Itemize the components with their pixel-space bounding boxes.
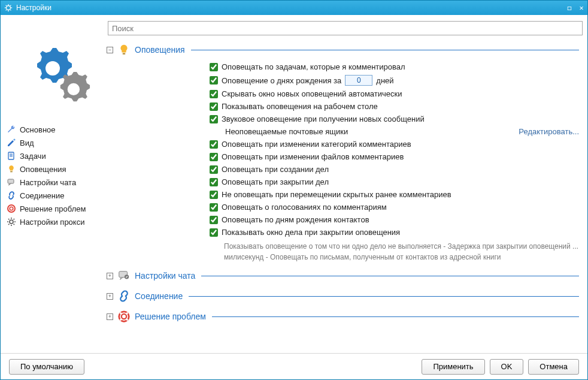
option-checkbox[interactable] (210, 90, 218, 98)
option-row: Оповещать при изменении категорий коммен… (210, 138, 579, 150)
option-row: Оповещать при изменении файлов комментар… (210, 150, 579, 163)
link-icon (117, 289, 131, 303)
option-checkbox[interactable] (210, 178, 218, 186)
options-footnote: Показывать оповещение о том что ни одно … (210, 239, 579, 263)
default-button[interactable]: По умолчанию (9, 359, 84, 375)
option-label: Звуковое оповещение при получении новых … (222, 114, 425, 123)
option-checkbox[interactable] (210, 63, 218, 71)
nav-label: Оповещения (20, 165, 66, 174)
nav-item-5[interactable]: Соединение (4, 189, 102, 202)
option-label: Оповещать при создании дел (222, 165, 329, 174)
scroll-area[interactable]: − Оповещения Оповещать по задачам, котор… (107, 39, 583, 353)
option-row: Неоповещаемые почтовые ящикиРедактироват… (210, 125, 579, 138)
settings-logo (4, 21, 102, 117)
collapse-toggle-icon[interactable]: − (107, 47, 113, 53)
option-label: Оповещать по задачам, которые я комменти… (222, 62, 405, 71)
svg-rect-5 (10, 171, 13, 173)
nav-label: Вид (20, 138, 34, 147)
option-row: Показывать оповещения на рабочем столе (210, 100, 579, 113)
nav-item-2[interactable]: Задачи (4, 149, 102, 162)
edit-mailboxes-link[interactable]: Редактировать... (519, 127, 579, 136)
option-label: Показывать оповещения на рабочем столе (222, 102, 378, 111)
svg-point-0 (7, 6, 11, 10)
titlebar: Настройки ◻ ✕ (1, 1, 587, 15)
apply-button[interactable]: Применить (422, 359, 484, 375)
nav-label: Основное (20, 125, 56, 134)
close-button[interactable]: ✕ (575, 4, 587, 12)
section-title: Настройки чата (135, 271, 195, 281)
birthday-days-input[interactable] (345, 75, 372, 86)
nav-item-0[interactable]: Основное (4, 123, 102, 136)
section-title: Оповещения (135, 45, 185, 55)
chat-icon (7, 177, 16, 187)
nav-item-4[interactable]: Настройки чата (4, 176, 102, 189)
section-title: Соединение (135, 291, 183, 301)
svg-point-2 (67, 83, 79, 95)
section-connection: + Соединение (107, 289, 579, 303)
nav-label: Настройки прокси (20, 218, 84, 227)
bulb-icon (7, 164, 16, 174)
option-checkbox[interactable] (210, 140, 218, 149)
option-label: Оповещать о голосованиях по комментариям (222, 203, 387, 212)
expand-toggle-icon[interactable]: + (107, 273, 113, 279)
option-row: Оповещать по дням рождения контактов (210, 213, 579, 226)
settings-window: Настройки ◻ ✕ (0, 0, 588, 380)
lifebuoy-icon (117, 309, 131, 324)
cancel-button[interactable]: Отмена (528, 359, 579, 375)
section-troubleshoot: + Решение проблем (107, 309, 579, 324)
option-checkbox[interactable] (210, 191, 218, 199)
option-row: Не оповещать при перемещении скрытых ран… (210, 188, 579, 201)
mailboxes-label: Неоповещаемые почтовые ящики (225, 127, 348, 136)
nav-label: Решение проблем (20, 204, 86, 213)
option-checkbox[interactable] (210, 203, 218, 212)
footer: По умолчанию Применить OK Отмена (1, 353, 587, 379)
doc-icon (7, 151, 16, 161)
lifebuoy-icon (7, 204, 16, 213)
svg-point-8 (10, 207, 13, 210)
nav-item-1[interactable]: Вид (4, 136, 102, 149)
expand-toggle-icon[interactable]: + (107, 293, 113, 300)
option-checkbox[interactable] (210, 153, 218, 161)
option-row: Показывать окно дела при закрытии оповещ… (210, 226, 579, 239)
option-label: Показывать окно дела при закрытии оповещ… (222, 228, 400, 237)
days-suffix: дней (376, 76, 393, 85)
section-notifications: − Оповещения Оповещать по задачам, котор… (107, 43, 579, 263)
option-label: Оповещать при закрытии дел (222, 177, 329, 186)
option-row: Оповещение о днях рождения за дней (210, 73, 579, 88)
maximize-button[interactable]: ◻ (563, 4, 575, 12)
option-label: Оповещать при изменении категорий коммен… (222, 140, 411, 149)
expand-toggle-icon[interactable]: + (107, 313, 113, 320)
nav-label: Задачи (20, 152, 46, 161)
option-row: Скрывать окно новых оповещений автоматич… (210, 88, 579, 100)
svg-rect-6 (8, 179, 14, 183)
option-row: Оповещать при создании дел (210, 163, 579, 176)
svg-point-1 (46, 61, 60, 76)
nav-list: ОсновноеВидЗадачиОповещенияНастройки чат… (4, 123, 102, 228)
section-title: Решение проблем (135, 312, 206, 321)
option-checkbox[interactable] (210, 216, 218, 224)
nav-item-3[interactable]: Оповещения (4, 162, 102, 176)
wrench-icon (7, 125, 16, 134)
chat-icon (117, 269, 131, 283)
option-label: Оповещать по дням рождения контактов (222, 215, 369, 224)
option-checkbox[interactable] (210, 102, 218, 111)
nav-item-6[interactable]: Решение проблем (4, 202, 102, 215)
link-icon (7, 191, 16, 200)
nav-label: Настройки чата (20, 178, 76, 187)
nav-item-7[interactable]: Настройки прокси (4, 215, 102, 228)
option-checkbox[interactable] (210, 115, 218, 123)
option-checkbox[interactable] (210, 165, 218, 174)
svg-point-14 (122, 314, 126, 319)
gear-icon (7, 217, 16, 227)
svg-rect-4 (8, 152, 14, 159)
svg-point-3 (13, 138, 15, 140)
option-checkbox[interactable] (210, 76, 218, 85)
search-input[interactable] (108, 21, 583, 35)
main-panel: − Оповещения Оповещать по задачам, котор… (105, 15, 587, 353)
option-checkbox[interactable] (210, 228, 218, 237)
option-row: Оповещать по задачам, которые я комменти… (210, 61, 579, 73)
ok-button[interactable]: OK (490, 359, 524, 375)
brush-icon (7, 138, 16, 147)
svg-rect-10 (123, 53, 126, 55)
sidebar: ОсновноеВидЗадачиОповещенияНастройки чат… (1, 15, 105, 353)
